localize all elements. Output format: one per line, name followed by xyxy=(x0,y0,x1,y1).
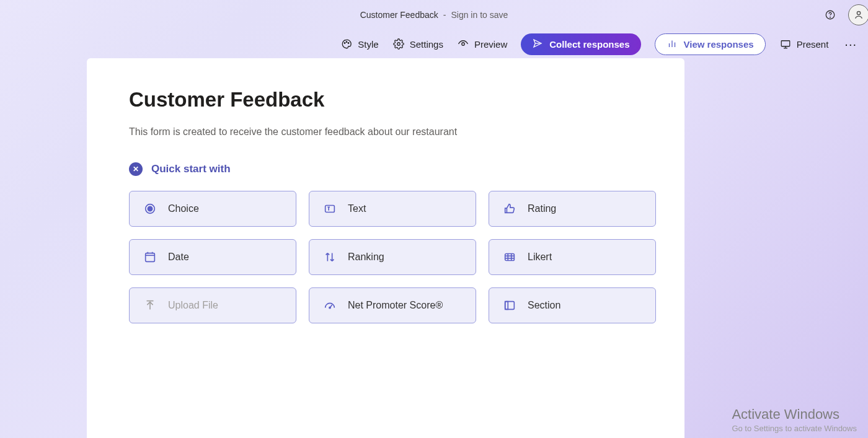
settings-button[interactable]: Settings xyxy=(392,38,443,50)
view-responses-button[interactable]: View responses xyxy=(655,33,766,55)
svg-point-7 xyxy=(462,43,465,46)
help-icon[interactable] xyxy=(823,8,837,22)
question-type-rating[interactable]: Rating xyxy=(489,191,656,227)
question-type-date[interactable]: Date xyxy=(129,239,296,275)
question-type-text[interactable]: Text xyxy=(309,191,476,227)
svg-point-2 xyxy=(857,11,860,14)
sort-icon xyxy=(323,250,337,264)
question-type-upload[interactable]: Upload File xyxy=(129,287,296,323)
present-button[interactable]: Present xyxy=(779,38,829,50)
more-icon: ··· xyxy=(844,37,857,51)
question-type-label: Ranking xyxy=(348,252,384,263)
quick-start-label: Quick start with xyxy=(151,163,231,175)
svg-point-4 xyxy=(347,42,348,43)
svg-rect-21 xyxy=(505,254,515,261)
collect-responses-button[interactable]: Collect responses xyxy=(521,33,640,55)
question-type-ranking[interactable]: Ranking xyxy=(309,239,476,275)
form-description[interactable]: This form is created to receive the cust… xyxy=(129,126,642,138)
question-type-label: Date xyxy=(168,252,189,263)
svg-point-1 xyxy=(830,17,831,17)
question-type-label: Likert xyxy=(528,252,552,263)
upload-icon xyxy=(143,299,157,312)
more-button[interactable]: ··· xyxy=(842,35,859,54)
question-type-label: Rating xyxy=(528,203,556,214)
windows-activation-watermark: Activate Windows Go to Settings to activ… xyxy=(732,406,857,433)
gear-icon xyxy=(392,38,405,50)
calendar-icon xyxy=(143,250,157,264)
preview-label: Preview xyxy=(474,39,507,50)
question-type-label: Text xyxy=(348,203,366,214)
style-label: Style xyxy=(358,39,378,50)
title-bar: Customer Feedback - Sign in to save xyxy=(0,0,868,30)
send-icon xyxy=(532,38,543,51)
question-type-label: Net Promoter Score® xyxy=(348,300,443,311)
question-type-nps[interactable]: Net Promoter Score® xyxy=(309,287,476,323)
view-label: View responses xyxy=(684,39,754,50)
svg-point-6 xyxy=(397,43,400,46)
watermark-subtitle: Go to Settings to activate Windows xyxy=(732,424,857,433)
form-name: Customer Feedback xyxy=(360,10,438,20)
question-type-label: Choice xyxy=(168,203,199,214)
radio-icon xyxy=(143,202,157,216)
section-icon xyxy=(503,299,516,312)
thumbs-up-icon xyxy=(503,202,516,216)
form-title[interactable]: Customer Feedback xyxy=(129,88,642,112)
svg-rect-17 xyxy=(146,253,155,262)
quick-start-close-button[interactable]: ✕ xyxy=(129,162,143,176)
presentation-icon xyxy=(779,38,792,50)
title-separator: - xyxy=(443,10,446,20)
question-type-choice[interactable]: Choice xyxy=(129,191,296,227)
title-bar-right xyxy=(823,0,862,30)
sign-in-to-save[interactable]: Sign in to save xyxy=(451,10,508,20)
text-icon xyxy=(323,202,337,216)
chart-icon xyxy=(666,38,678,51)
preview-button[interactable]: Preview xyxy=(457,38,507,50)
question-type-grid: Choice Text Rating Date Ranking xyxy=(129,191,642,323)
account-avatar[interactable] xyxy=(848,4,868,25)
gauge-icon xyxy=(323,299,337,312)
question-type-label: Section xyxy=(528,300,560,311)
question-type-likert[interactable]: Likert xyxy=(489,239,656,275)
style-button[interactable]: Style xyxy=(340,38,378,50)
svg-point-5 xyxy=(348,43,350,44)
settings-label: Settings xyxy=(410,39,443,50)
close-icon: ✕ xyxy=(133,165,139,173)
present-label: Present xyxy=(797,39,829,50)
palette-icon xyxy=(340,38,353,50)
eye-icon xyxy=(457,38,469,50)
svg-rect-31 xyxy=(505,302,508,310)
svg-rect-30 xyxy=(505,302,515,310)
svg-point-3 xyxy=(345,43,346,44)
toolbar: Style Settings Preview Collect responses… xyxy=(0,30,868,58)
svg-rect-16 xyxy=(326,206,335,212)
grid-icon xyxy=(503,250,516,264)
svg-point-29 xyxy=(329,307,330,309)
watermark-title: Activate Windows xyxy=(732,406,857,423)
collect-label: Collect responses xyxy=(549,39,629,50)
question-type-label: Upload File xyxy=(168,300,218,311)
svg-point-15 xyxy=(148,206,152,211)
form-card: Customer Feedback This form is created t… xyxy=(87,58,684,438)
quick-start-row: ✕ Quick start with xyxy=(129,162,642,176)
question-type-section[interactable]: Section xyxy=(489,287,656,323)
svg-rect-11 xyxy=(781,41,790,46)
